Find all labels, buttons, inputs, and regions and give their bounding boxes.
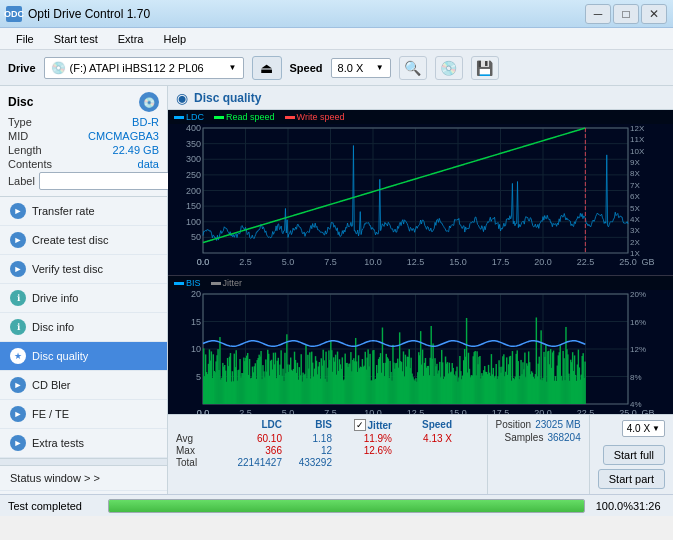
minimize-button[interactable]: ─ [585,4,611,24]
main-layout: Disc 💿 Type BD-R MID CMCMAGBA3 Length 22… [0,86,673,494]
legend-bis-label: BIS [186,278,201,288]
sidebar-item-extra-tests[interactable]: ► Extra tests [0,429,167,458]
nav-items: ► Transfer rate ► Create test disc ► Ver… [0,197,167,494]
legend-read-label: Read speed [226,112,275,122]
disc-quality-icon: ★ [10,348,26,364]
disc-label-input[interactable] [39,172,174,190]
jitter-checkbox[interactable]: ✓ [354,419,366,431]
stats-row-total: Total 22141427 433292 [176,457,479,468]
scan-icon-btn[interactable]: 🔍 [399,56,427,80]
legend-bis-color [174,282,184,285]
stats-header-speed: Speed [392,419,452,431]
sidebar-item-status-window[interactable]: Status window > > [0,466,167,491]
samples-label: Samples [504,432,543,443]
app-icon: ODC [6,6,22,22]
verify-test-icon: ► [10,261,26,277]
progress-percentage: 100.0% [593,500,633,512]
length-label: Length [8,144,42,156]
disc-quality-label: Disc quality [32,350,88,362]
stats-header-bis: BIS [282,419,332,431]
close-button[interactable]: ✕ [641,4,667,24]
legend-ldc-color [174,116,184,119]
disc-icon-btn[interactable]: 💿 [435,56,463,80]
max-jitter: 12.6% [332,445,392,456]
avg-ldc: 60.10 [212,433,282,444]
status-window-label: Status window > > [10,472,100,484]
legend-write-color [285,116,295,119]
sidebar-item-cd-bler[interactable]: ► CD Bler [0,371,167,400]
start-part-button[interactable]: Start part [598,469,665,489]
app-title: Opti Drive Control 1.70 [28,7,150,21]
stats-row-avg: Avg 60.10 1.18 11.9% 4.13 X [176,433,479,444]
chart-top: LDC Read speed Write speed [168,110,673,276]
drive-selector[interactable]: 💿 (F:) ATAPI iHBS112 2 PL06 ▼ [44,57,244,79]
legend-read-speed: Read speed [214,112,275,122]
status-text: Test completed [0,500,100,512]
legend-bis: BIS [174,278,201,288]
legend-jitter-label: Jitter [223,278,243,288]
content-icon: ◉ [176,90,188,106]
stats-header-jitter: ✓ Jitter [332,419,392,431]
type-label: Type [8,116,32,128]
cd-bler-icon: ► [10,377,26,393]
menu-start-test[interactable]: Start test [46,31,106,47]
maximize-button[interactable]: □ [613,4,639,24]
disc-section-icon: 💿 [139,92,159,112]
extra-tests-label: Extra tests [32,437,84,449]
sidebar-item-disc-info[interactable]: ℹ Disc info [0,313,167,342]
create-test-icon: ► [10,232,26,248]
sidebar-item-verify-test-disc[interactable]: ► Verify test disc [0,255,167,284]
position-row: Position 23025 MB [496,419,581,430]
position-label: Position [496,419,532,430]
label-key: Label [8,175,35,187]
menu-help[interactable]: Help [155,31,194,47]
sidebar-item-create-test-disc[interactable]: ► Create test disc [0,226,167,255]
chart-bottom-legend: BIS Jitter [168,276,673,290]
extra-tests-icon: ► [10,435,26,451]
save-icon-btn[interactable]: 💾 [471,56,499,80]
contents-label: Contents [8,158,52,170]
legend-write-speed: Write speed [285,112,345,122]
menu-extra[interactable]: Extra [110,31,152,47]
sidebar: Disc 💿 Type BD-R MID CMCMAGBA3 Length 22… [0,86,168,494]
legend-ldc-label: LDC [186,112,204,122]
stats-bar: LDC BIS ✓ Jitter Speed Avg 60.10 1.18 [168,414,673,494]
start-full-button[interactable]: Start full [603,445,665,465]
drive-dropdown-arrow: ▼ [229,63,237,72]
legend-ldc: LDC [174,112,204,122]
menu-file[interactable]: File [8,31,42,47]
legend-read-color [214,116,224,119]
create-test-label: Create test disc [32,234,108,246]
chart-bottom: BIS Jitter [168,276,673,414]
max-ldc: 366 [212,445,282,456]
length-value: 22.49 GB [113,144,159,156]
avg-jitter: 11.9% [332,433,392,444]
transfer-rate-label: Transfer rate [32,205,95,217]
cd-bler-label: CD Bler [32,379,71,391]
action-buttons: 4.0 X ▼ Start full Start part [589,415,673,494]
drive-selected-text: (F:) ATAPI iHBS112 2 PL06 [70,62,225,74]
drive-bar: Drive 💿 (F:) ATAPI iHBS112 2 PL06 ▼ ⏏ Sp… [0,50,673,86]
disc-info-section: Disc 💿 Type BD-R MID CMCMAGBA3 Length 22… [0,86,167,197]
menu-bar: File Start test Extra Help [0,28,673,50]
stats-header-ldc: LDC [212,419,282,431]
chart-top-canvas [168,124,673,275]
speed-selector[interactable]: 8.0 X ▼ [331,58,391,78]
sidebar-item-fe-te[interactable]: ► FE / TE [0,400,167,429]
drive-info-icon: ℹ [10,290,26,306]
drive-label: Drive [8,62,36,74]
max-label: Max [176,445,212,456]
sidebar-item-transfer-rate[interactable]: ► Transfer rate [0,197,167,226]
fe-te-label: FE / TE [32,408,69,420]
content-area: ◉ Disc quality LDC Read speed [168,86,673,494]
speed-dropdown-row: 4.0 X ▼ [622,420,665,437]
avg-bis: 1.18 [282,433,332,444]
sidebar-item-drive-info[interactable]: ℹ Drive info [0,284,167,313]
eject-button[interactable]: ⏏ [252,56,282,80]
max-bis: 12 [282,445,332,456]
stats-right: Position 23025 MB Samples 368204 [487,415,589,494]
speed-dropdown[interactable]: 4.0 X ▼ [622,420,665,437]
stats-table: LDC BIS ✓ Jitter Speed Avg 60.10 1.18 [168,415,487,494]
total-label: Total [176,457,212,468]
sidebar-item-disc-quality[interactable]: ★ Disc quality [0,342,167,371]
